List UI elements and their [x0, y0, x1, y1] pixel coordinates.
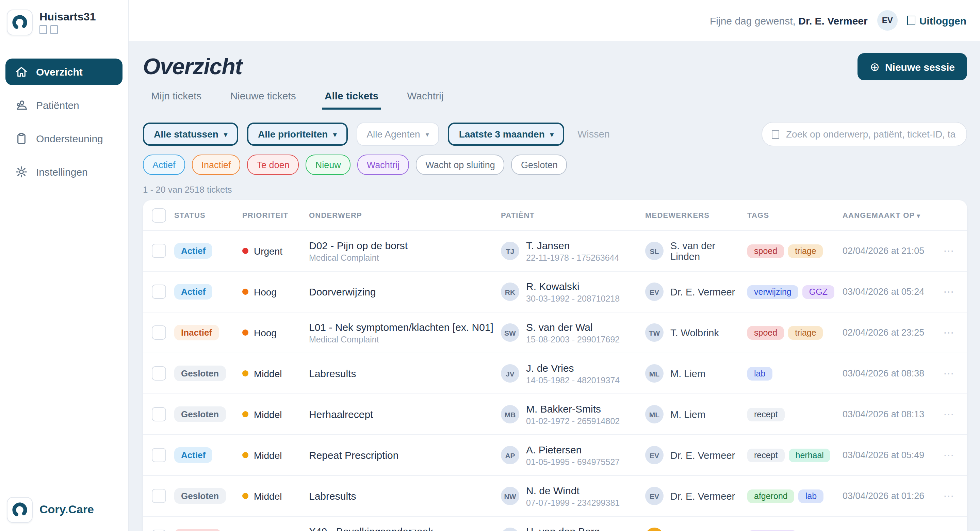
tag-list: recept — [747, 407, 843, 421]
col-status[interactable]: STATUS — [174, 211, 242, 219]
new-session-button[interactable]: ⊕ Nieuwe sessie — [858, 53, 967, 80]
row-menu-button[interactable]: ⋯ — [941, 285, 967, 298]
table-row[interactable]: Inactief Hoog L01 - Nek symptomen/klacht… — [143, 312, 967, 352]
row-checkbox[interactable] — [152, 366, 166, 381]
tag-verwijzing: verwijzing — [747, 285, 798, 298]
patient-name: N. de Windt — [526, 484, 620, 497]
chip-wachtrij[interactable]: Wachtrij — [357, 155, 409, 175]
chip-te-doen[interactable]: Te doen — [247, 155, 299, 175]
app-name: Huisarts31 — [40, 11, 96, 23]
assignee-avatar: SL — [645, 242, 663, 260]
tab-wachtrij[interactable]: Wachtrij — [404, 90, 446, 110]
tag-lab: lab — [747, 367, 772, 380]
col-onderwerp[interactable]: ONDERWERP — [309, 211, 501, 219]
search-icon — [772, 130, 779, 139]
col-tags[interactable]: TAGS — [747, 211, 843, 219]
col-aangemaakt-op[interactable]: AANGEMAAKT OP▾ — [843, 211, 941, 219]
app-window: Huisarts31 OverzichtPatiëntenOndersteuni… — [0, 0, 980, 531]
tag-recept: recept — [747, 448, 785, 462]
user-name: Dr. E. Vermeer — [798, 14, 867, 26]
priority-dot-icon — [242, 370, 248, 376]
row-checkbox[interactable] — [152, 285, 166, 299]
search-box[interactable] — [762, 122, 967, 147]
created-at: 03/04/2026 at 05:24 — [843, 287, 941, 297]
chip-gesloten[interactable]: Gesloten — [511, 155, 567, 175]
row-menu-button[interactable]: ⋯ — [941, 367, 967, 380]
table-row[interactable]: Actief Middel Repeat Prescription AP A. … — [143, 434, 967, 475]
col-medewerkers[interactable]: MEDEWERKERS — [645, 211, 747, 219]
patient-meta: 01-05-1995 - 694975527 — [526, 457, 620, 467]
chip-nieuw[interactable]: Nieuw — [306, 155, 350, 175]
filter-alle-statussen[interactable]: Alle statussen▾ — [143, 123, 238, 146]
sidebar-item-overzicht[interactable]: Overzicht — [5, 59, 123, 85]
priority-dot-icon — [242, 452, 248, 458]
created-at: 03/04/2026 at 08:38 — [843, 368, 941, 378]
table-body: Actief Urgent D02 - Pijn op de borst Med… — [143, 230, 967, 531]
tab-alle-tickets[interactable]: Alle tickets — [322, 90, 381, 110]
chip-actief[interactable]: Actief — [143, 155, 185, 175]
filter-alle-agenten[interactable]: Alle Agenten▾ — [356, 123, 439, 146]
row-menu-button[interactable]: ⋯ — [941, 326, 967, 339]
patient-meta: 07-07-1999 - 234299381 — [526, 498, 620, 508]
tag-triage: triage — [788, 326, 823, 340]
assignee-name: M. Liem — [670, 409, 705, 420]
tag-list: verwijzingGGZ — [747, 285, 843, 298]
row-checkbox[interactable] — [152, 325, 166, 340]
table-row[interactable]: Gesloten Middel Labresults NW N. de Wind… — [143, 475, 967, 516]
tab-nieuwe-tickets[interactable]: Nieuwe tickets — [227, 90, 298, 110]
sidebar-item-label: Overzicht — [36, 66, 83, 78]
sidebar-item-label: Patiënten — [36, 99, 79, 111]
status-badge: Actief — [174, 284, 212, 300]
row-checkbox[interactable] — [152, 244, 166, 258]
row-checkbox[interactable] — [152, 407, 166, 421]
row-menu-button[interactable]: ⋯ — [941, 244, 967, 257]
plus-circle-icon: ⊕ — [870, 59, 880, 74]
select-all-checkbox[interactable] — [152, 208, 166, 222]
clear-filters-link[interactable]: Wissen — [578, 129, 610, 140]
chip-inactief[interactable]: Inactief — [192, 155, 240, 175]
priority-label: Middel — [254, 409, 282, 420]
tag-herhaal: herhaal — [789, 448, 830, 462]
row-checkbox[interactable] — [152, 448, 166, 462]
assignee-avatar: EV — [645, 487, 663, 505]
assignee-name: Dr. E. Vermeer — [670, 286, 735, 297]
sidebar-item-patinten[interactable]: Patiënten — [5, 92, 123, 118]
chevron-down-icon: ▾ — [333, 130, 337, 138]
assignee-avatar: ML — [645, 364, 663, 383]
filter-laatste-3-maanden[interactable]: Laatste 3 maanden▾ — [448, 123, 565, 146]
patient-avatar: AP — [501, 446, 519, 464]
tag-lab: lab — [799, 489, 824, 503]
priority-label: Urgent — [254, 246, 282, 256]
table-row[interactable]: Gesloten Middel Herhaalrecept MB M. Bakk… — [143, 394, 967, 434]
brand: Huisarts31 — [0, 0, 128, 42]
patient-name: S. van der Wal — [526, 320, 620, 333]
col-prioriteit[interactable]: PRIORITEIT — [242, 211, 309, 219]
ticket-subject: Labresults — [309, 367, 501, 380]
priority-dot-icon — [242, 248, 248, 254]
chip-wacht-op-sluiting[interactable]: Wacht op sluiting — [416, 155, 504, 175]
table-row[interactable]: Actief Hoog Doorverwijzing RK R. Kowalsk… — [143, 271, 967, 312]
table-row[interactable]: Gesloten Middel Labresults JV J. de Vrie… — [143, 352, 967, 394]
chevron-down-icon: ▾ — [426, 130, 429, 138]
sidebar-item-ondersteuning[interactable]: Ondersteuning — [5, 125, 123, 152]
row-checkbox[interactable] — [152, 489, 166, 503]
row-menu-button[interactable]: ⋯ — [941, 408, 967, 421]
sidebar-item-instellingen[interactable]: Instellingen — [5, 159, 123, 185]
tag-list: spoedtriage — [747, 326, 843, 340]
tag-spoed: spoed — [747, 326, 784, 340]
row-menu-button[interactable]: ⋯ — [941, 490, 967, 502]
sort-desc-icon: ▾ — [917, 212, 920, 219]
table-row[interactable]: Actief Urgent D02 - Pijn op de borst Med… — [143, 230, 967, 271]
row-checkbox[interactable] — [152, 529, 166, 531]
row-menu-button[interactable]: ⋯ — [941, 449, 967, 462]
logout-button[interactable]: Uitloggen — [907, 14, 966, 26]
table-row[interactable]: Te doen Middel X49 - Bevolkingsonderzoek… — [143, 516, 967, 531]
sidebar-item-label: Ondersteuning — [36, 133, 103, 144]
user-avatar[interactable]: EV — [877, 10, 898, 30]
tab-mijn-tickets[interactable]: Mijn tickets — [148, 90, 204, 110]
assignee-name: Dr. E. Vermeer — [670, 450, 735, 461]
sidebar-item-label: Instellingen — [36, 166, 88, 178]
filter-alle-prioriteiten[interactable]: Alle prioriteiten▾ — [247, 123, 347, 146]
col-patient[interactable]: PATIËNT — [501, 211, 645, 219]
search-input[interactable] — [785, 128, 957, 140]
